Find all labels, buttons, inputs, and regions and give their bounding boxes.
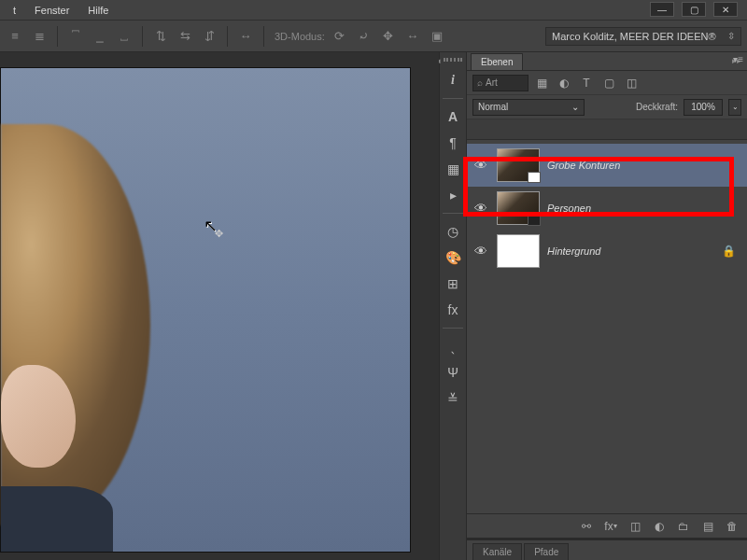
brush-panel-icon[interactable]: ˎ — [442, 335, 464, 357]
search-icon: ⌕ — [477, 77, 483, 88]
tool-presets-icon[interactable]: ≚ — [442, 387, 464, 410]
opacity-value[interactable]: 100% — [684, 99, 723, 116]
workspace-selector[interactable]: Marco Kolditz, MEER DER IDEEN® ⇳ — [545, 27, 741, 46]
filter-smart-icon[interactable]: ◫ — [622, 75, 641, 91]
opacity-label: Deckkraft: — [636, 102, 678, 112]
tab-pfade[interactable]: Pfade — [524, 543, 569, 560]
document-canvas[interactable] — [0, 67, 411, 553]
opacity-chevron-icon[interactable]: ⌄ — [728, 99, 741, 116]
distribute-icon[interactable]: ⇵ — [200, 27, 218, 46]
layer-list: 👁 Grobe Konturen 👁 Personen 👁 Hintergrun… — [467, 140, 747, 513]
character-panel-icon[interactable]: A — [442, 105, 464, 128]
layers-panel-footer: ⚯ fx▾ ◫ ◐ 🗀 ▤ 🗑 — [467, 513, 747, 538]
align-icon[interactable]: ≡ — [6, 27, 24, 46]
camera-icon[interactable]: ▣ — [428, 27, 446, 46]
layer-blend-row: Normal ⌄ Deckkraft: 100% ⌄ — [467, 95, 747, 119]
layer-filter-search[interactable]: ⌕ Art — [472, 75, 529, 91]
layers-panel: ⌕ Art ▦ ◐ T ▢ ◫ Normal ⌄ Deckkraft: 100%… — [467, 71, 747, 560]
divider — [263, 26, 264, 47]
canvas-area[interactable]: ↖ ✥ — [0, 52, 439, 560]
adjustment-layer-icon[interactable]: ◐ — [650, 517, 669, 536]
dock-grip-icon[interactable] — [444, 58, 462, 62]
paragraph-panel-icon[interactable]: ¶ — [442, 132, 464, 154]
align-top-icon[interactable]: ⎴ — [66, 27, 85, 46]
tab-kanaele[interactable]: Kanäle — [472, 543, 522, 560]
brush-presets-icon[interactable]: Ψ — [442, 361, 464, 384]
layer-name[interactable]: Grobe Konturen — [547, 160, 620, 171]
bottom-panel-tabs: Kanäle Pfade — [467, 539, 747, 560]
align-middle-icon[interactable]: ⎯ — [91, 27, 109, 46]
orbit-icon[interactable]: ⟳ — [331, 27, 349, 46]
align-bottom-icon[interactable]: ⎵ — [115, 27, 134, 46]
visibility-toggle-icon[interactable]: 👁 — [472, 201, 489, 216]
blend-mode-select[interactable]: Normal ⌄ — [472, 99, 585, 116]
layer-row[interactable]: 👁 Hintergrund 🔒 — [467, 230, 747, 273]
distribute-icon[interactable]: ⇅ — [151, 27, 170, 46]
menu-item-hilfe[interactable]: Hilfe — [78, 5, 118, 16]
pan-icon[interactable]: ✥ — [379, 27, 398, 46]
visibility-toggle-icon[interactable]: 👁 — [472, 158, 489, 173]
layer-fx-icon[interactable]: fx▾ — [601, 517, 620, 536]
close-button[interactable]: ✕ — [713, 2, 738, 17]
layer-mask-thumbnail[interactable] — [528, 172, 541, 183]
filter-pixel-icon[interactable]: ▦ — [532, 75, 551, 91]
info-panel-icon[interactable]: i — [442, 69, 464, 91]
collapsed-panel-dock: i A ¶ ▦ ▸ ◷ 🎨 ⊞ fx ˎ Ψ ≚ — [439, 52, 467, 560]
grid-panel-icon[interactable]: ⊞ — [442, 273, 464, 295]
styles-panel-icon[interactable]: fx — [442, 299, 464, 321]
link-layers-icon[interactable]: ⚯ — [577, 517, 596, 536]
minimize-button[interactable]: — — [650, 2, 674, 17]
layer-thumbnail[interactable] — [497, 148, 540, 182]
divider — [227, 26, 228, 47]
history-panel-icon[interactable]: ◷ — [442, 220, 464, 243]
new-layer-icon[interactable]: ▤ — [698, 517, 717, 536]
panel-menu-icon[interactable]: ▾≡ — [733, 54, 743, 64]
panel-tabs: Ebenen ▾≡ — [467, 52, 747, 71]
layer-thumbnail[interactable] — [497, 234, 540, 268]
mode-3d-label: 3D-Modus: — [275, 31, 325, 42]
align-icon[interactable]: ≣ — [30, 27, 49, 46]
filter-type-icon[interactable]: T — [577, 75, 596, 91]
slide-icon[interactable]: ↔ — [403, 27, 422, 46]
layer-row[interactable]: 👁 Personen — [467, 187, 747, 230]
layer-name[interactable]: Personen — [547, 203, 591, 214]
add-mask-icon[interactable]: ◫ — [626, 517, 644, 536]
visibility-toggle-icon[interactable]: 👁 — [472, 244, 489, 259]
group-layers-icon[interactable]: 🗀 — [674, 517, 693, 536]
chevron-updown-icon: ⇳ — [727, 31, 735, 41]
blend-mode-value: Normal — [478, 102, 508, 112]
options-bar: ≡ ≣ ⎴ ⎯ ⎵ ⇅ ⇆ ⇵ ↔ 3D-Modus: ⟳ ⤾ ✥ ↔ ▣ Ma… — [0, 21, 747, 52]
filter-adjust-icon[interactable]: ◐ — [555, 75, 573, 91]
distribute-icon[interactable]: ⇆ — [176, 27, 194, 46]
swatch-panel-icon[interactable]: ▦ — [442, 158, 464, 180]
distribute-icon[interactable]: ↔ — [236, 27, 255, 46]
layer-name[interactable]: Hintergrund — [547, 245, 600, 257]
main-area: ◂◂ ▸▸ ↖ ✥ i A ¶ ▦ ▸ ◷ 🎨 ⊞ fx ˎ Ψ ≚ Ebene… — [0, 52, 747, 560]
delete-layer-icon[interactable]: 🗑 — [723, 517, 741, 536]
menu-bar: t Fenster Hilfe — [0, 0, 747, 21]
maximize-button[interactable]: ▢ — [682, 2, 706, 17]
move-cursor-badge-icon: ✥ — [215, 228, 223, 240]
layer-lock-row — [467, 119, 747, 140]
menu-item-fenster[interactable]: Fenster — [25, 5, 78, 16]
roll-icon[interactable]: ⤾ — [355, 27, 374, 46]
layer-row[interactable]: 👁 Grobe Konturen — [467, 144, 747, 187]
right-panel-group: Ebenen ▾≡ ⌕ Art ▦ ◐ T ▢ ◫ Normal ⌄ Dec — [467, 52, 747, 560]
menu-item[interactable]: t — [4, 5, 25, 16]
filter-shape-icon[interactable]: ▢ — [599, 75, 618, 91]
layer-thumbnail[interactable] — [497, 191, 540, 225]
layer-mask-thumbnail[interactable] — [528, 215, 541, 226]
divider — [142, 26, 143, 47]
layer-filter-row: ⌕ Art ▦ ◐ T ▢ ◫ — [467, 71, 747, 95]
image-content — [1, 486, 113, 552]
lock-icon: 🔒 — [722, 245, 736, 258]
actions-panel-icon[interactable]: ▸ — [442, 184, 464, 206]
workspace-name: Marco Kolditz, MEER DER IDEEN® — [552, 31, 716, 42]
color-panel-icon[interactable]: 🎨 — [442, 246, 464, 269]
chevron-down-icon: ⌄ — [571, 102, 579, 112]
tab-ebenen[interactable]: Ebenen — [471, 53, 523, 70]
divider — [443, 328, 463, 329]
layer-filter-placeholder: Art — [486, 77, 498, 88]
image-content — [1, 124, 150, 525]
divider — [443, 213, 463, 214]
